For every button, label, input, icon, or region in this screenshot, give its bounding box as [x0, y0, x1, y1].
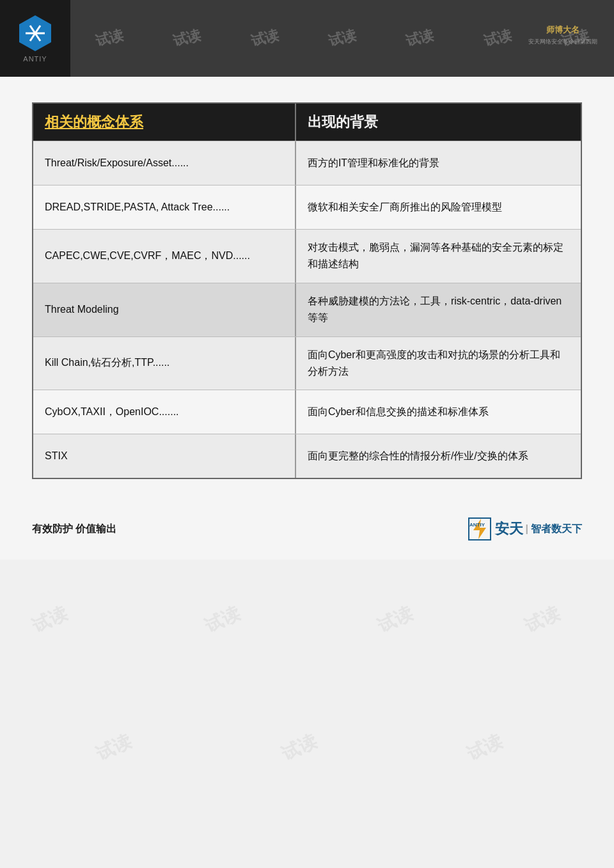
cell-left-4: Threat Modeling [33, 283, 296, 336]
table-row: STIX 面向更完整的综合性的情报分析/作业/交换的体系 [33, 434, 581, 478]
cell-left-7: STIX [33, 434, 296, 478]
header-wm-1: 试读 [93, 26, 125, 51]
col1-header: 相关的概念体系 [33, 104, 296, 141]
cell-right-4: 各种威胁建模的方法论，工具，risk-centric，data-driven等等 [296, 283, 581, 336]
cell-right-3: 对攻击模式，脆弱点，漏洞等各种基础的安全元素的标定和描述结构 [296, 230, 581, 283]
svg-text:ANTIY: ANTIY [469, 522, 485, 528]
header-wm-4: 试读 [326, 26, 358, 51]
header-wm-3: 试读 [248, 26, 280, 51]
table-row: CybOX,TAXII，OpenIOC....... 面向Cyber和信息交换的… [33, 390, 581, 434]
logo-antiy-text: ANTIY [23, 55, 47, 63]
brand-title: 师博大名 [528, 24, 597, 36]
header-wm-5: 试读 [404, 26, 436, 51]
header-right-logo: 师博大名 安天网络安全冬令营第四期 [524, 6, 601, 64]
header-wm-2: 试读 [171, 26, 203, 51]
cell-right-2: 微软和相关安全厂商所推出的风险管理模型 [296, 185, 581, 229]
wm17: 试读 [201, 601, 244, 638]
header-bar: ANTIY 试读 试读 试读 试读 试读 试读 试读 师博大名 安天网络安全冬令… [0, 0, 614, 77]
brand-subtitle: 安天网络安全冬令营第四期 [528, 38, 597, 46]
table-row: Threat/Risk/Exposure/Asset...... 西方的IT管理… [33, 141, 581, 185]
wm20: 试读 [93, 729, 136, 766]
footer-brand-tagline: 智者数天下 [531, 523, 582, 536]
header-wm-6: 试读 [482, 26, 514, 51]
header-logo-box: ANTIY [0, 0, 70, 77]
cell-right-1: 西方的IT管理和标准化的背景 [296, 141, 581, 185]
footer-area: 有效防护 价值输出 ANTIY 安天 | 智者数天下 [0, 505, 614, 560]
table-row: Kill Chain,钻石分析,TTP...... 面向Cyber和更高强度的攻… [33, 336, 581, 390]
cell-left-1: Threat/Risk/Exposure/Asset...... [33, 141, 296, 185]
footer-brand-pipe: | [526, 523, 528, 535]
wm19: 试读 [521, 601, 564, 638]
cell-left-6: CybOX,TAXII，OpenIOC....... [33, 390, 296, 434]
footer-logo-icon: ANTIY [468, 517, 491, 541]
table-row: DREAD,STRIDE,PASTA, Attack Tree...... 微软… [33, 185, 581, 229]
footer-brand-name: 安天 [495, 519, 523, 539]
wm22: 试读 [464, 729, 507, 766]
cell-right-5: 面向Cyber和更高强度的攻击和对抗的场景的分析工具和分析方法 [296, 337, 581, 390]
data-table: 相关的概念体系 出现的背景 Threat/Risk/Exposure/Asset… [32, 102, 582, 479]
cell-left-5: Kill Chain,钻石分析,TTP...... [33, 337, 296, 390]
table-header-row: 相关的概念体系 出现的背景 [33, 104, 581, 141]
logo-hexagon [16, 14, 54, 52]
footer-slogan: 有效防护 价值输出 [32, 523, 116, 536]
cell-right-7: 面向更完整的综合性的情报分析/作业/交换的体系 [296, 434, 581, 478]
cell-right-6: 面向Cyber和信息交换的描述和标准体系 [296, 390, 581, 434]
wm18: 试读 [374, 601, 417, 638]
col2-header: 出现的背景 [296, 104, 581, 141]
table-row: CAPEC,CWE,CVE,CVRF，MAEC，NVD...... 对攻击模式，… [33, 229, 581, 283]
main-content: 相关的概念体系 出现的背景 Threat/Risk/Exposure/Asset… [0, 77, 614, 505]
table-row-threat-modeling: Threat Modeling 各种威胁建模的方法论，工具，risk-centr… [33, 283, 581, 336]
wm21: 试读 [278, 729, 321, 766]
footer-logo: ANTIY 安天 | 智者数天下 [468, 517, 582, 541]
wm16: 试读 [29, 601, 72, 638]
cell-left-3: CAPEC,CWE,CVE,CVRF，MAEC，NVD...... [33, 230, 296, 283]
cell-left-2: DREAD,STRIDE,PASTA, Attack Tree...... [33, 185, 296, 229]
